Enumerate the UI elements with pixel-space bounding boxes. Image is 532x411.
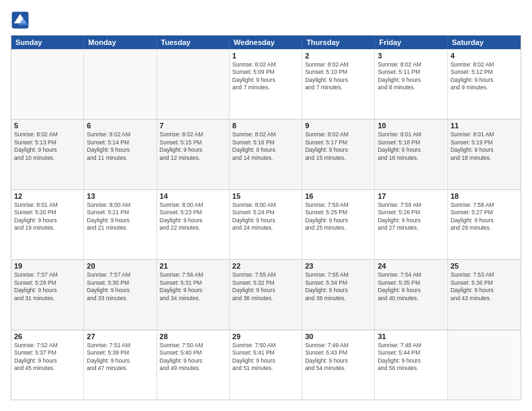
cell-day-number: 23: [305, 262, 371, 270]
calendar-cell: 27Sunrise: 7:51 AM Sunset: 5:39 PM Dayli…: [84, 330, 157, 400]
calendar-cell: 23Sunrise: 7:55 AM Sunset: 5:34 PM Dayli…: [302, 260, 375, 329]
cell-info: Sunrise: 7:53 AM Sunset: 5:36 PM Dayligh…: [451, 271, 518, 302]
cell-info: Sunrise: 8:02 AM Sunset: 5:16 PM Dayligh…: [232, 131, 299, 162]
calendar-week: 12Sunrise: 8:01 AM Sunset: 5:20 PM Dayli…: [11, 189, 521, 259]
cell-day-number: 25: [451, 262, 518, 270]
calendar-cell: 16Sunrise: 7:59 AM Sunset: 5:25 PM Dayli…: [302, 190, 375, 259]
calendar-cell: [157, 50, 230, 119]
cell-info: Sunrise: 7:50 AM Sunset: 5:41 PM Dayligh…: [232, 342, 299, 373]
cell-info: Sunrise: 8:02 AM Sunset: 5:09 PM Dayligh…: [232, 61, 299, 92]
cell-day-number: 17: [378, 192, 444, 200]
calendar-cell: 7Sunrise: 8:02 AM Sunset: 5:15 PM Daylig…: [157, 120, 230, 189]
calendar-cell: 3Sunrise: 8:02 AM Sunset: 5:11 PM Daylig…: [375, 50, 447, 119]
calendar-cell: 18Sunrise: 7:58 AM Sunset: 5:27 PM Dayli…: [448, 190, 521, 259]
cell-info: Sunrise: 7:50 AM Sunset: 5:40 PM Dayligh…: [160, 342, 226, 373]
cell-info: Sunrise: 8:02 AM Sunset: 5:17 PM Dayligh…: [305, 131, 371, 162]
cell-info: Sunrise: 7:56 AM Sunset: 5:31 PM Dayligh…: [160, 271, 226, 302]
cell-day-number: 12: [14, 192, 81, 200]
cell-info: Sunrise: 7:55 AM Sunset: 5:34 PM Dayligh…: [305, 271, 371, 302]
calendar-header-cell: Monday: [84, 36, 157, 49]
calendar-cell: 11Sunrise: 8:01 AM Sunset: 5:19 PM Dayli…: [448, 120, 521, 189]
cell-day-number: 31: [378, 332, 444, 340]
cell-info: Sunrise: 7:58 AM Sunset: 5:27 PM Dayligh…: [451, 201, 518, 232]
calendar-cell: [11, 50, 84, 119]
calendar-week: 1Sunrise: 8:02 AM Sunset: 5:09 PM Daylig…: [11, 49, 521, 119]
calendar-cell: 26Sunrise: 7:52 AM Sunset: 5:37 PM Dayli…: [11, 330, 84, 400]
calendar-header-cell: Thursday: [302, 36, 375, 49]
cell-info: Sunrise: 8:01 AM Sunset: 5:18 PM Dayligh…: [378, 131, 444, 162]
calendar-cell: 13Sunrise: 8:00 AM Sunset: 5:21 PM Dayli…: [84, 190, 157, 259]
cell-info: Sunrise: 7:55 AM Sunset: 5:32 PM Dayligh…: [232, 271, 299, 302]
cell-info: Sunrise: 8:00 AM Sunset: 5:21 PM Dayligh…: [87, 201, 153, 232]
calendar-cell: 6Sunrise: 8:02 AM Sunset: 5:14 PM Daylig…: [84, 120, 157, 189]
calendar-cell: 15Sunrise: 8:00 AM Sunset: 5:24 PM Dayli…: [230, 190, 302, 259]
calendar-cell: 30Sunrise: 7:49 AM Sunset: 5:43 PM Dayli…: [302, 330, 375, 400]
calendar-cell: 21Sunrise: 7:56 AM Sunset: 5:31 PM Dayli…: [157, 260, 230, 329]
cell-day-number: 21: [160, 262, 226, 270]
calendar-cell: 19Sunrise: 7:57 AM Sunset: 5:29 PM Dayli…: [11, 260, 84, 329]
calendar-cell: 28Sunrise: 7:50 AM Sunset: 5:40 PM Dayli…: [157, 330, 230, 400]
cell-day-number: 9: [305, 122, 371, 130]
cell-day-number: 10: [378, 122, 444, 130]
cell-day-number: 2: [305, 52, 371, 60]
cell-info: Sunrise: 7:59 AM Sunset: 5:25 PM Dayligh…: [305, 201, 371, 232]
cell-day-number: 19: [14, 262, 81, 270]
calendar-cell: 22Sunrise: 7:55 AM Sunset: 5:32 PM Dayli…: [230, 260, 302, 329]
calendar-cell: 25Sunrise: 7:53 AM Sunset: 5:36 PM Dayli…: [448, 260, 521, 329]
logo-icon: [11, 11, 30, 30]
calendar-cell: 17Sunrise: 7:59 AM Sunset: 5:26 PM Dayli…: [375, 190, 447, 259]
calendar-cell: 9Sunrise: 8:02 AM Sunset: 5:17 PM Daylig…: [302, 120, 375, 189]
calendar-cell: 8Sunrise: 8:02 AM Sunset: 5:16 PM Daylig…: [230, 120, 302, 189]
calendar-header: SundayMondayTuesdayWednesdayThursdayFrid…: [11, 36, 521, 49]
cell-info: Sunrise: 8:00 AM Sunset: 5:24 PM Dayligh…: [232, 201, 299, 232]
calendar-header-cell: Sunday: [11, 36, 84, 49]
calendar-cell: 29Sunrise: 7:50 AM Sunset: 5:41 PM Dayli…: [230, 330, 302, 400]
calendar-body: 1Sunrise: 8:02 AM Sunset: 5:09 PM Daylig…: [11, 49, 521, 400]
calendar-cell: 2Sunrise: 8:02 AM Sunset: 5:10 PM Daylig…: [302, 50, 375, 119]
cell-info: Sunrise: 8:02 AM Sunset: 5:13 PM Dayligh…: [14, 131, 81, 162]
calendar-cell: [84, 50, 157, 119]
calendar-header-cell: Wednesday: [230, 36, 302, 49]
calendar-cell: 20Sunrise: 7:57 AM Sunset: 5:30 PM Dayli…: [84, 260, 157, 329]
calendar-cell: [448, 330, 521, 400]
calendar: SundayMondayTuesdayWednesdayThursdayFrid…: [11, 35, 521, 400]
cell-day-number: 14: [160, 192, 226, 200]
cell-day-number: 27: [87, 332, 153, 340]
calendar-week: 5Sunrise: 8:02 AM Sunset: 5:13 PM Daylig…: [11, 119, 521, 189]
calendar-cell: 4Sunrise: 8:02 AM Sunset: 5:12 PM Daylig…: [448, 50, 521, 119]
calendar-cell: 10Sunrise: 8:01 AM Sunset: 5:18 PM Dayli…: [375, 120, 447, 189]
cell-day-number: 1: [232, 52, 299, 60]
cell-info: Sunrise: 8:01 AM Sunset: 5:19 PM Dayligh…: [451, 131, 518, 162]
cell-info: Sunrise: 7:48 AM Sunset: 5:44 PM Dayligh…: [378, 342, 444, 373]
cell-day-number: 22: [232, 262, 299, 270]
cell-day-number: 28: [160, 332, 226, 340]
cell-day-number: 15: [232, 192, 299, 200]
calendar-header-cell: Friday: [375, 36, 447, 49]
page-header: [11, 11, 521, 30]
cell-day-number: 26: [14, 332, 81, 340]
cell-info: Sunrise: 7:59 AM Sunset: 5:26 PM Dayligh…: [378, 201, 444, 232]
cell-day-number: 30: [305, 332, 371, 340]
cell-info: Sunrise: 7:57 AM Sunset: 5:30 PM Dayligh…: [87, 271, 153, 302]
cell-info: Sunrise: 8:01 AM Sunset: 5:20 PM Dayligh…: [14, 201, 81, 232]
calendar-cell: 24Sunrise: 7:54 AM Sunset: 5:35 PM Dayli…: [375, 260, 447, 329]
calendar-cell: 1Sunrise: 8:02 AM Sunset: 5:09 PM Daylig…: [230, 50, 302, 119]
cell-info: Sunrise: 8:02 AM Sunset: 5:15 PM Dayligh…: [160, 131, 226, 162]
cell-day-number: 13: [87, 192, 153, 200]
calendar-header-cell: Saturday: [448, 36, 521, 49]
cell-info: Sunrise: 7:51 AM Sunset: 5:39 PM Dayligh…: [87, 342, 153, 373]
calendar-cell: 12Sunrise: 8:01 AM Sunset: 5:20 PM Dayli…: [11, 190, 84, 259]
cell-day-number: 29: [232, 332, 299, 340]
calendar-cell: 31Sunrise: 7:48 AM Sunset: 5:44 PM Dayli…: [375, 330, 447, 400]
logo: [11, 11, 32, 30]
cell-day-number: 4: [451, 52, 518, 60]
cell-info: Sunrise: 7:54 AM Sunset: 5:35 PM Dayligh…: [378, 271, 444, 302]
cell-day-number: 3: [378, 52, 444, 60]
cell-day-number: 16: [305, 192, 371, 200]
cell-info: Sunrise: 8:02 AM Sunset: 5:10 PM Dayligh…: [305, 61, 371, 92]
cell-info: Sunrise: 8:00 AM Sunset: 5:23 PM Dayligh…: [160, 201, 226, 232]
cell-info: Sunrise: 8:02 AM Sunset: 5:11 PM Dayligh…: [378, 61, 444, 92]
cell-info: Sunrise: 7:57 AM Sunset: 5:29 PM Dayligh…: [14, 271, 81, 302]
cell-day-number: 18: [451, 192, 518, 200]
calendar-cell: 14Sunrise: 8:00 AM Sunset: 5:23 PM Dayli…: [157, 190, 230, 259]
